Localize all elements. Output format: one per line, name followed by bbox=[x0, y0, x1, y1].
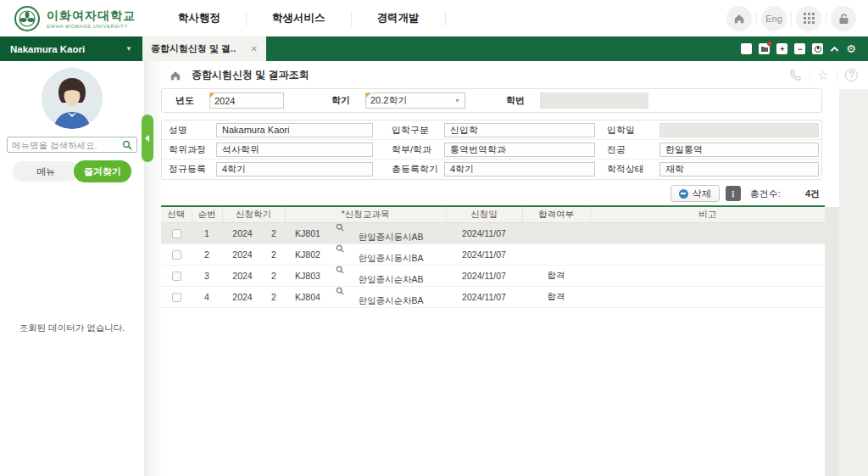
major-label: 전공 bbox=[607, 143, 659, 156]
row-date: 2024/11/07 bbox=[446, 244, 522, 265]
course-search-icon[interactable] bbox=[336, 266, 344, 274]
avatar bbox=[42, 68, 103, 129]
workspace: 메뉴 즐겨찾기 조회된 데이터가 없습니다. 종합시험신청 및 결과조회 bbox=[0, 61, 868, 476]
menu-search-input[interactable] bbox=[12, 140, 122, 150]
collapse-up-button[interactable] bbox=[830, 46, 839, 53]
tab-comprehensive-exam[interactable]: 종합시험신청 및 결.. ✕ bbox=[142, 36, 266, 61]
course-search-icon[interactable] bbox=[336, 287, 344, 295]
language-toggle-button[interactable]: Eng bbox=[761, 6, 787, 31]
row-checkbox[interactable] bbox=[172, 229, 181, 238]
delete-button[interactable]: 삭제 bbox=[670, 185, 720, 202]
zoom-out-button[interactable]: − bbox=[794, 43, 805, 54]
row-date: 2024/11/07 bbox=[446, 222, 522, 244]
folder-icon bbox=[761, 46, 768, 52]
history-button[interactable] bbox=[812, 43, 823, 54]
header-actions: Eng bbox=[726, 6, 856, 31]
tab-bar: Nakamura Kaori ▼ 종합시험신청 및 결.. ✕ + − bbox=[0, 36, 868, 61]
course-name-text: 한일종시동시BA bbox=[358, 253, 423, 263]
sidebar-empty-message: 조회된 데이터가 없습니다. bbox=[0, 322, 144, 334]
sidebar-tabs: 메뉴 즐겨찾기 bbox=[0, 160, 144, 182]
table-header-row: 선택 순번 신청학기 *신청교과목 신청일 합격여부 비고 bbox=[161, 207, 825, 222]
row-year: 2024 bbox=[222, 222, 263, 244]
row-pass: 합격 bbox=[522, 286, 590, 307]
sidebar: 메뉴 즐겨찾기 조회된 데이터가 없습니다. bbox=[0, 61, 144, 476]
table-row[interactable]: 4 2024 2 KJ804 한일종시순차BA 2024/11/07 합격 bbox=[161, 286, 825, 307]
nav-item-career-development[interactable]: 경력개발 bbox=[352, 11, 445, 25]
tools-separator bbox=[810, 70, 810, 81]
row-year: 2024 bbox=[222, 244, 263, 265]
window-icon[interactable] bbox=[741, 43, 752, 54]
favorites-tab-button[interactable]: 즐겨찾기 bbox=[74, 160, 131, 182]
row-no: 3 bbox=[192, 265, 222, 286]
year-input[interactable] bbox=[209, 92, 284, 109]
row-remark bbox=[590, 222, 825, 244]
app-grid-button[interactable] bbox=[796, 6, 821, 31]
regular-registration-label: 정규등록 bbox=[169, 163, 216, 176]
tab-close-icon[interactable]: ✕ bbox=[251, 44, 258, 53]
col-apply-date: 신청일 bbox=[446, 207, 522, 222]
regular-registration-value: 4학기 bbox=[216, 162, 373, 176]
search-icon[interactable] bbox=[122, 140, 132, 150]
table-row[interactable]: 3 2024 2 KJ803 한일종시순차AB 2024/11/07 합격 bbox=[161, 265, 825, 286]
row-course-name: 한일종시동시BA bbox=[331, 244, 446, 265]
lock-logout-button[interactable] bbox=[831, 6, 856, 31]
course-name-text: 한일종시동시AB bbox=[358, 232, 423, 242]
phone-icon[interactable] bbox=[789, 69, 802, 81]
sidebar-collapse-handle[interactable] bbox=[142, 115, 153, 162]
lock-icon bbox=[838, 13, 849, 25]
course-name-text: 한일종시순차BA bbox=[358, 295, 423, 305]
exam-application-table: 선택 순번 신청학기 *신청교과목 신청일 합격여부 비고 1 2024 2 bbox=[161, 207, 825, 308]
table-row[interactable]: 1 2024 2 KJ801 한일종시동시AB 2024/11/07 bbox=[161, 222, 825, 244]
user-dropdown[interactable]: Nakamura Kaori ▼ bbox=[0, 36, 142, 61]
grid-scrollbar[interactable] bbox=[825, 207, 839, 476]
chevron-left-icon bbox=[145, 135, 150, 142]
student-id-input bbox=[540, 92, 648, 109]
grid-toolbar: 삭제 ⋮ 총건수: 4건 bbox=[161, 185, 825, 202]
row-checkbox[interactable] bbox=[172, 293, 181, 302]
home-button[interactable] bbox=[726, 6, 752, 31]
department-label: 학부/학과 bbox=[392, 143, 444, 156]
home-icon bbox=[733, 13, 745, 25]
info-row-2: 학위과정 석사학위 학부/학과 통역번역학과 전공 한일통역 bbox=[162, 140, 821, 160]
grid-options-button[interactable]: ⋮ bbox=[726, 186, 741, 201]
nav-item-student-services[interactable]: 학생서비스 bbox=[247, 11, 351, 25]
nav-item-academic-affairs[interactable]: 학사행정 bbox=[153, 11, 246, 25]
row-checkbox[interactable] bbox=[172, 272, 181, 281]
row-remark bbox=[590, 286, 825, 307]
folder-alert-button[interactable] bbox=[759, 43, 770, 54]
admission-type-label: 입학구분 bbox=[392, 124, 444, 137]
menu-tab-button[interactable]: 메뉴 bbox=[13, 161, 79, 182]
course-search-icon[interactable] bbox=[336, 223, 344, 232]
university-logo[interactable]: 이화여자대학교 EWHA WOMANS UNIVERSITY bbox=[14, 5, 141, 32]
minus-circle-icon bbox=[679, 189, 688, 199]
tools-separator bbox=[837, 70, 837, 81]
col-course: *신청교과목 bbox=[285, 207, 446, 222]
year-field-wrap bbox=[209, 92, 284, 109]
tabbar-actions: + − ⚙ bbox=[741, 43, 868, 54]
semester-select[interactable]: 20.2학기 ▼ bbox=[365, 92, 465, 109]
zoom-in-button[interactable]: + bbox=[776, 43, 787, 54]
help-icon[interactable]: ? bbox=[845, 69, 858, 81]
course-search-icon[interactable] bbox=[336, 244, 344, 253]
clock-icon bbox=[815, 46, 821, 53]
row-no: 2 bbox=[192, 244, 222, 265]
row-no: 1 bbox=[192, 222, 222, 244]
breadcrumb: 종합시험신청 및 결과조회 ☆ ? bbox=[161, 61, 868, 87]
admission-date-value bbox=[659, 123, 819, 137]
row-checkbox[interactable] bbox=[172, 250, 181, 260]
menu-search-box bbox=[7, 137, 137, 153]
row-date: 2024/11/07 bbox=[446, 265, 522, 286]
application-window: 이화여자대학교 EWHA WOMANS UNIVERSITY 학사행정 학생서비… bbox=[0, 0, 868, 476]
row-sem: 2 bbox=[263, 265, 285, 286]
sidebar-divider bbox=[144, 61, 161, 476]
year-label: 년도 bbox=[175, 94, 194, 107]
admission-type-value: 신입학 bbox=[444, 123, 595, 137]
breadcrumb-home-icon[interactable] bbox=[170, 70, 181, 81]
settings-gear-icon[interactable]: ⚙ bbox=[846, 43, 856, 54]
logo-title: 이화여자대학교 bbox=[47, 8, 136, 24]
chevron-down-icon: ▼ bbox=[454, 98, 460, 104]
col-remark: 비고 bbox=[590, 207, 825, 222]
table-row[interactable]: 2 2024 2 KJ802 한일종시동시BA 2024/11/07 bbox=[161, 244, 825, 265]
favorite-star-icon[interactable]: ☆ bbox=[818, 69, 829, 81]
semester-field-wrap: 20.2학기 ▼ bbox=[365, 92, 465, 109]
